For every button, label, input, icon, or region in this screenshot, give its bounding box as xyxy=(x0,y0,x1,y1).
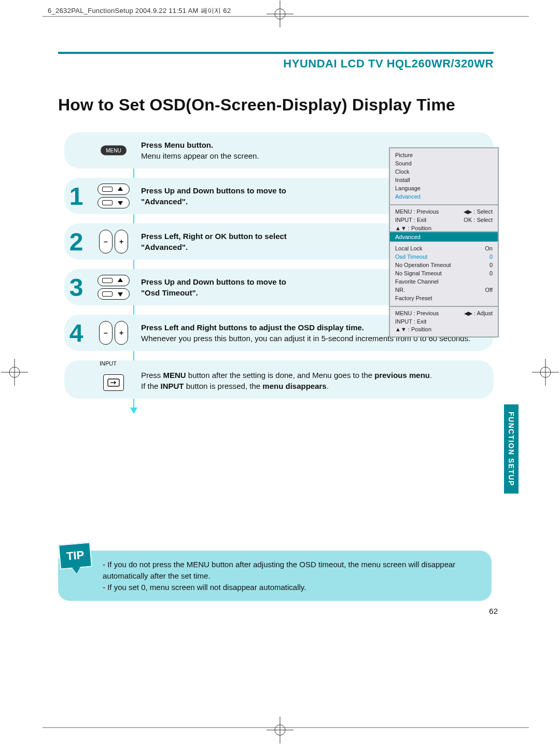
osd-main-menu: Picture Sound Clock Install Language Adv… xyxy=(389,147,499,236)
osd-item: Factory Preset xyxy=(395,294,432,303)
osd-item: Picture xyxy=(395,151,493,160)
step-bold: Press Left and Right buttons to adjust t… xyxy=(141,323,364,332)
step-number: 3 xyxy=(62,273,90,302)
step-number: 4 xyxy=(62,319,90,347)
osd-item-selected: Osd Timeout xyxy=(395,253,427,261)
tip-line: automatically after the set time. xyxy=(103,570,480,582)
osd-value: 0 xyxy=(489,261,493,270)
page-title: How to Set OSD(On-Screen-Display) Displa… xyxy=(58,95,494,115)
osd-hint: OK : Select xyxy=(464,216,493,224)
registration-mark-icon xyxy=(267,717,293,743)
step-rest: Menu items appear on the screen. xyxy=(141,151,259,160)
osd-item: Clock xyxy=(395,168,493,176)
step-number: 2 xyxy=(62,228,90,256)
osd-item: NR. xyxy=(395,286,405,294)
osd-hint: ▲▼ : Position xyxy=(395,326,431,334)
up-down-buttons-icon xyxy=(97,275,130,300)
product-line: HYUNDAI LCD TV HQL260WR/320WR xyxy=(58,57,494,71)
left-right-buttons-icon: –+ xyxy=(99,321,128,345)
osd-hint: INPUT : Exit xyxy=(395,216,426,224)
osd-hint: INPUT : Exit xyxy=(395,318,426,326)
section-tab: FUNCTION SETUP xyxy=(504,404,519,494)
up-down-buttons-icon xyxy=(97,184,130,208)
registration-mark-icon xyxy=(267,1,293,27)
step-bold: "Advanced". xyxy=(141,243,188,251)
input-button-icon xyxy=(103,374,124,391)
step-bold: Press Menu button. xyxy=(141,141,213,149)
osd-item: Sound xyxy=(395,160,493,168)
osd-hint: ◀▶ : Adjust xyxy=(464,310,493,318)
osd-value: On xyxy=(485,245,493,253)
step-bold: Press Up and Down buttons to move to xyxy=(141,186,286,195)
step-bold: "Advanced". xyxy=(141,197,188,206)
osd-value: Off xyxy=(485,286,493,294)
step-bold: Press Up and Down buttons to move to xyxy=(141,277,286,286)
step-number: 1 xyxy=(62,182,90,210)
osd-item-selected: Advanced xyxy=(395,193,493,201)
osd-hint: MENU : Previous xyxy=(395,310,439,318)
osd-item: Language xyxy=(395,185,493,193)
osd-item: No Operation Timeout xyxy=(395,261,451,270)
tip-badge: TIP xyxy=(58,542,92,569)
left-right-buttons-icon: –+ xyxy=(99,230,128,254)
header-rule xyxy=(58,52,494,54)
osd-item: No Signal Timeout xyxy=(395,270,442,278)
osd-value: 0 xyxy=(489,270,493,278)
osd-hint: MENU : Previous xyxy=(395,208,439,216)
osd-header: Advanced xyxy=(390,232,498,242)
step-input: INPUT Press MENU button after the settin… xyxy=(64,360,494,399)
prepress-meta: 6_2632PAL_FunctionSetup 2004.9.22 11:51 … xyxy=(48,6,231,16)
osd-item: Install xyxy=(395,176,493,185)
step-bold: Press Left, Right or OK button to select xyxy=(141,232,287,241)
tip-line: - If you do not press the MENU button af… xyxy=(103,559,480,570)
input-label: INPUT xyxy=(100,360,117,367)
menu-button-icon: MENU xyxy=(101,146,126,156)
osd-value: 0 xyxy=(489,253,493,261)
osd-hint: ◀▶ : Select xyxy=(464,208,493,216)
tip-line: - If you set 0, menu screen will not dis… xyxy=(103,582,480,593)
osd-advanced-menu: Advanced Local LockOn Osd Timeout0 No Op… xyxy=(389,231,499,338)
registration-mark-icon xyxy=(1,359,28,386)
osd-item: Favorite Channel xyxy=(395,278,439,286)
tip-box: TIP - If you do not press the MENU butto… xyxy=(58,551,492,601)
osd-item: Local Lock xyxy=(395,245,423,253)
step-text: Press MENU button after the setting is d… xyxy=(141,370,483,391)
step-bold: "Osd Timeout". xyxy=(141,288,198,297)
registration-mark-icon xyxy=(532,359,559,386)
page-number: 62 xyxy=(489,607,498,615)
